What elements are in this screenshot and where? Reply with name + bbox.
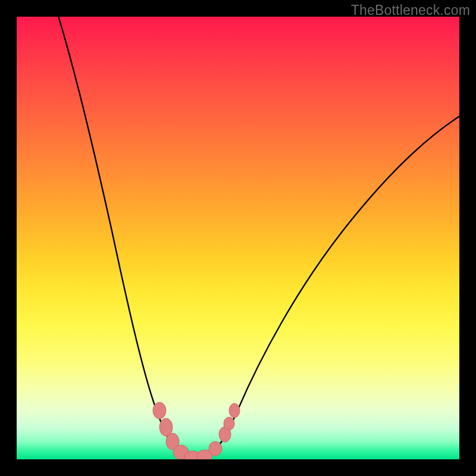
chart-frame: TheBottleneck.com [0,0,476,476]
plot-area [17,17,459,459]
marker-group [153,402,240,459]
marker-dot [153,402,166,419]
marker-dot [229,403,240,418]
marker-dot [209,441,222,456]
watermark-text: TheBottleneck.com [351,2,470,18]
marker-dot [224,417,234,430]
bottleneck-curve-left [51,17,195,458]
curve-layer [17,17,459,459]
